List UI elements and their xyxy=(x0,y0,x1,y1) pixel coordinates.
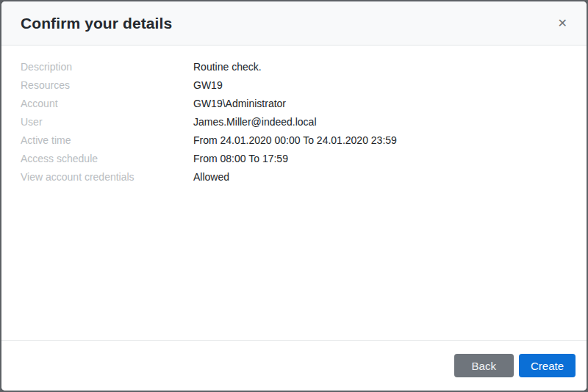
detail-label: View account credentials xyxy=(21,168,193,186)
dialog-header: Confirm your details ✕ xyxy=(1,1,587,46)
confirm-details-dialog: Confirm your details ✕ Description Routi… xyxy=(0,0,588,392)
detail-label: User xyxy=(21,113,193,131)
create-button[interactable]: Create xyxy=(519,354,576,377)
detail-label: Account xyxy=(21,95,193,113)
detail-value: From 08:00 To 17:59 xyxy=(193,150,288,168)
detail-row-user: User James.Miller@indeed.local xyxy=(21,113,567,131)
detail-value: GW19\Administrator xyxy=(193,95,286,113)
detail-value: Routine check. xyxy=(193,58,262,76)
detail-value: From 24.01.2020 00:00 To 24.01.2020 23:5… xyxy=(193,131,397,150)
dialog-title: Confirm your details xyxy=(21,15,172,32)
details-list: Description Routine check. Resources GW1… xyxy=(1,46,587,340)
back-button[interactable]: Back xyxy=(454,354,514,377)
detail-row-active-time: Active time From 24.01.2020 00:00 To 24.… xyxy=(21,131,567,150)
close-icon: ✕ xyxy=(558,17,567,29)
detail-label: Active time xyxy=(21,131,193,150)
close-button[interactable]: ✕ xyxy=(552,13,573,34)
detail-value: Allowed xyxy=(193,168,229,186)
detail-value: James.Miller@indeed.local xyxy=(193,113,317,131)
detail-label: Description xyxy=(21,58,193,76)
detail-label: Resources xyxy=(21,76,193,95)
detail-row-access-schedule: Access schedule From 08:00 To 17:59 xyxy=(21,150,567,168)
detail-row-resources: Resources GW19 xyxy=(21,76,567,95)
detail-label: Access schedule xyxy=(21,150,193,168)
detail-value: GW19 xyxy=(193,76,223,95)
detail-row-account: Account GW19\Administrator xyxy=(21,95,567,113)
detail-row-description: Description Routine check. xyxy=(21,58,567,76)
dialog-footer: Back Create xyxy=(1,340,587,391)
detail-row-view-credentials: View account credentials Allowed xyxy=(21,168,567,186)
